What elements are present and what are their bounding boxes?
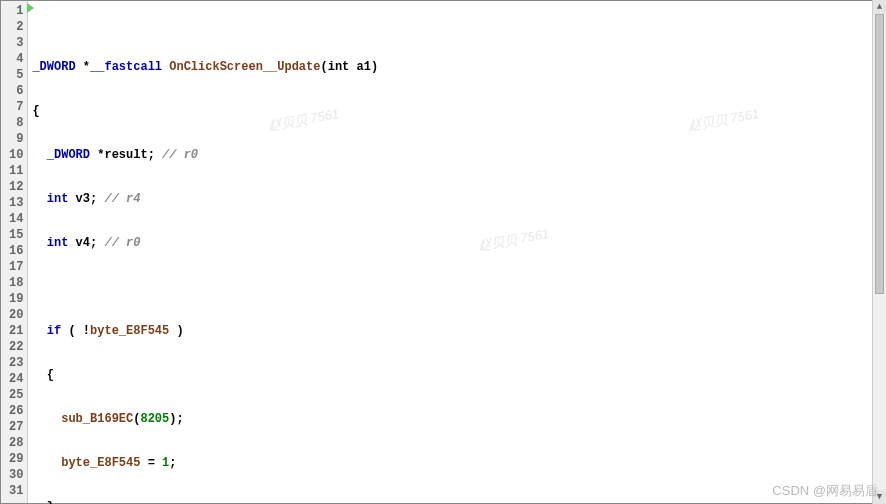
line-number: 4 <box>9 51 23 67</box>
footer-credit: CSDN @网易易盾 <box>772 482 878 500</box>
line-number: 29 <box>9 451 23 467</box>
line-number: 14 <box>9 211 23 227</box>
line-number: 19 <box>9 291 23 307</box>
code-area[interactable]: _DWORD *__fastcall OnClickScreen__Update… <box>28 1 885 503</box>
code-line: { <box>28 367 885 383</box>
line-gutter: 1234567891011121314151617181920212223242… <box>1 1 28 503</box>
line-number: 13 <box>9 195 23 211</box>
line-number: 11 <box>9 163 23 179</box>
line-number: 31 <box>9 483 23 499</box>
code-line: if ( !byte_E8F545 ) <box>28 323 885 339</box>
line-number: 2 <box>9 19 23 35</box>
code-line: { <box>28 103 885 119</box>
code-line: _DWORD *__fastcall OnClickScreen__Update… <box>28 59 885 75</box>
line-number: 22 <box>9 339 23 355</box>
code-line: } <box>28 499 885 504</box>
line-number: 20 <box>9 307 23 323</box>
line-number: 21 <box>9 323 23 339</box>
code-editor: 1234567891011121314151617181920212223242… <box>0 0 886 504</box>
line-number: 16 <box>9 243 23 259</box>
line-number: 24 <box>9 371 23 387</box>
scrollbar-thumb[interactable] <box>875 14 884 294</box>
current-line-arrow <box>27 3 34 13</box>
line-number: 5 <box>9 67 23 83</box>
line-number: 18 <box>9 275 23 291</box>
line-number: 12 <box>9 179 23 195</box>
line-number: 15 <box>9 227 23 243</box>
line-number: 27 <box>9 419 23 435</box>
line-number: 7 <box>9 99 23 115</box>
code-line: sub_B169EC(8205); <box>28 411 885 427</box>
code-line <box>28 279 885 295</box>
line-number: 1 <box>9 3 23 19</box>
line-number: 30 <box>9 467 23 483</box>
line-number: 6 <box>9 83 23 99</box>
line-number: 25 <box>9 387 23 403</box>
line-number: 8 <box>9 115 23 131</box>
line-number: 26 <box>9 403 23 419</box>
code-line: int v4; // r0 <box>28 235 885 251</box>
code-line: _DWORD *result; // r0 <box>28 147 885 163</box>
line-number: 23 <box>9 355 23 371</box>
code-line: int v3; // r4 <box>28 191 885 207</box>
code-line: byte_E8F545 = 1; <box>28 455 885 471</box>
scroll-up-icon[interactable]: ▲ <box>873 0 886 14</box>
line-number: 9 <box>9 131 23 147</box>
line-number: 10 <box>9 147 23 163</box>
line-number: 28 <box>9 435 23 451</box>
vertical-scrollbar[interactable]: ▲ ▼ <box>872 0 886 504</box>
line-number: 17 <box>9 259 23 275</box>
line-number: 3 <box>9 35 23 51</box>
